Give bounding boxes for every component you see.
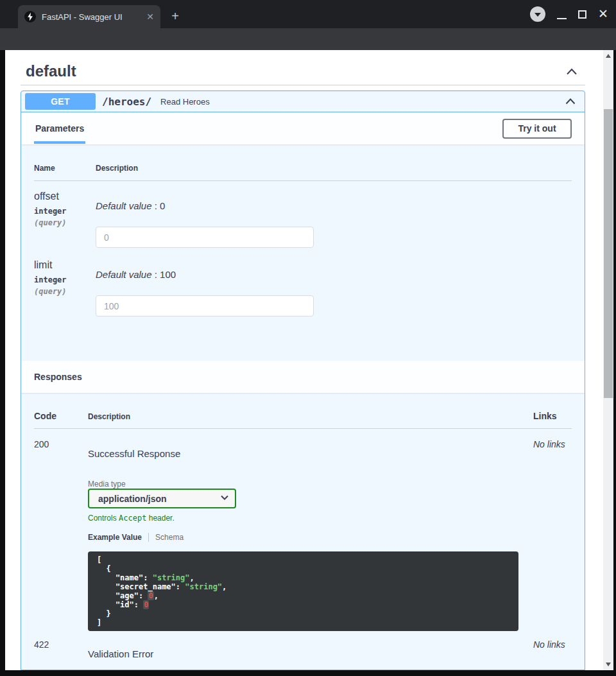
page-viewport: default GET /heroes/ Read Heroes Paramet… (5, 50, 603, 670)
param-name: offset (34, 190, 96, 203)
responses-table: Code Description Links 200 Successful Re… (21, 393, 585, 659)
scrollbar-thumb[interactable] (604, 109, 613, 398)
window-minimize-button[interactable] (557, 18, 567, 19)
param-row-offset: offset integer (query) Default value : 0 (34, 181, 572, 250)
tab-title: FastAPI - Swagger UI (42, 12, 141, 22)
section-divider (21, 85, 585, 85)
window-close-button[interactable]: ✕ (597, 8, 610, 21)
example-code: [ { "name": "string", "secret_name": "st… (88, 551, 518, 631)
caret-down-icon (535, 13, 541, 17)
window-maximize-button[interactable] (578, 10, 586, 19)
operation-collapse-chevron-icon[interactable] (565, 98, 576, 105)
http-method-badge: GET (25, 93, 96, 110)
try-it-out-button[interactable]: Try it out (502, 119, 572, 139)
responses-header: Responses (21, 361, 585, 393)
vertical-scrollbar[interactable] (603, 50, 613, 670)
responses-title: Responses (34, 372, 82, 382)
resp-col-description: Description (88, 412, 533, 421)
response-code: 200 (34, 439, 88, 631)
browser-tab[interactable]: FastAPI - Swagger UI ✕ (18, 5, 160, 28)
response-links: No links (533, 439, 572, 631)
tab-search-caret-button[interactable] (530, 6, 545, 22)
param-location: (query) (34, 218, 96, 227)
response-description: Successful Response (88, 439, 533, 459)
param-offset-input[interactable] (96, 227, 314, 248)
tag-title: default (26, 62, 76, 80)
resp-col-code: Code (34, 411, 88, 421)
operation-summary-text: Read Heroes (160, 97, 210, 107)
param-type: integer (34, 207, 96, 216)
param-default-text: Default value : 100 (96, 259, 572, 280)
accept-header-note: Controls Accept header. (88, 514, 533, 523)
param-name: limit (34, 259, 96, 272)
media-type-select[interactable]: application/json (88, 489, 236, 508)
parameters-table: Name Description offset integer (query) … (21, 144, 585, 361)
param-col-description: Description (96, 164, 572, 173)
response-row-422: 422 Validation Error No links (34, 631, 572, 659)
param-col-name: Name (34, 164, 96, 173)
new-tab-button[interactable]: + (167, 8, 184, 25)
resp-col-links: Links (533, 411, 572, 421)
tab-schema[interactable]: Schema (155, 533, 184, 542)
param-row-limit: limit integer (query) Default value : 10… (34, 250, 572, 318)
scroll-down-arrow-icon[interactable] (606, 663, 611, 666)
section-collapse-chevron-icon[interactable] (566, 68, 578, 75)
response-row-200: 200 Successful Response Media type appli… (34, 429, 572, 631)
tag-section-header[interactable]: default (21, 58, 585, 85)
scroll-up-arrow-icon[interactable] (606, 54, 611, 58)
operation-path: /heroes/ (102, 96, 151, 108)
favicon-fastapi-icon (24, 11, 36, 22)
tab-close-icon[interactable]: ✕ (146, 12, 154, 21)
swagger-ui: default GET /heroes/ Read Heroes Paramet… (5, 50, 603, 670)
param-limit-input[interactable] (96, 295, 314, 316)
operation-summary[interactable]: GET /heroes/ Read Heroes (21, 91, 585, 112)
response-code: 422 (34, 639, 88, 659)
param-default-text: Default value : 0 (96, 190, 572, 211)
media-type-label: Media type (88, 480, 533, 489)
browser-titlebar: FastAPI - Swagger UI ✕ + ✕ (0, 0, 616, 28)
tab-separator (148, 533, 149, 542)
parameters-header: Parameters Try it out (21, 112, 585, 144)
tab-parameters: Parameters (34, 113, 85, 144)
browser-toolbar: 127.0.0.1:8000/docs#/default/read_heroes… (0, 28, 616, 50)
response-description: Validation Error (88, 639, 533, 659)
response-links: No links (533, 639, 572, 659)
param-location: (query) (34, 287, 96, 296)
tab-example-value[interactable]: Example Value (88, 533, 142, 542)
param-type: integer (34, 275, 96, 284)
example-schema-tabs: Example Value Schema (88, 533, 533, 542)
opblock-get-heroes: GET /heroes/ Read Heroes Parameters Try … (21, 91, 585, 670)
